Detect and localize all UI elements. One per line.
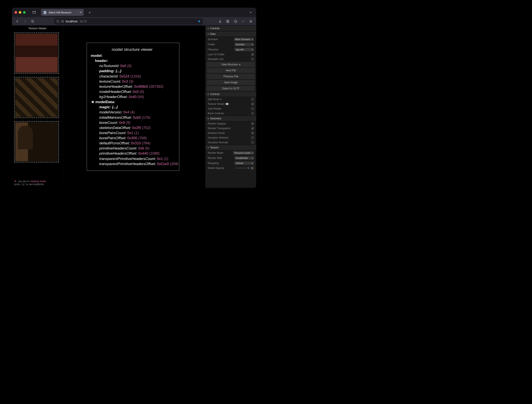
structure-row: textureHeaderOffset: 0x489b0 (297392) — [89, 84, 175, 89]
structure-row: primitiveHeadersOffset: 0x440 (1088) — [89, 151, 175, 156]
wrapping-label: Wrapping — [208, 162, 233, 165]
texture-viewer-checkbox[interactable] — [251, 103, 254, 105]
render-side-select[interactable]: DoubleSide▴▾ — [234, 156, 254, 160]
structure-row: model: — [89, 53, 175, 58]
texture-list[interactable] — [12, 31, 63, 188]
inspector-panel[interactable]: ▾Controls ▾Data Scenario Main Scenario▴▾… — [205, 26, 256, 188]
page-content: Texture Viewer model structure viewer mo… — [12, 26, 256, 188]
tracking-protection-icon[interactable] — [56, 20, 59, 23]
texture-panel-title: Texture Viewer — [12, 26, 63, 31]
texture-thumbnail[interactable] — [14, 32, 59, 74]
skeleton-mode-checkbox[interactable] — [251, 132, 254, 135]
texture-viewer-panel: Texture Viewer — [12, 26, 63, 188]
wrapping-select[interactable]: Default▴▾ — [234, 161, 254, 165]
forward-button[interactable] — [22, 18, 28, 25]
key-badge: k — [22, 183, 25, 186]
sidebar-toggle-button[interactable] — [31, 9, 37, 15]
tab-title: Silent Hill Museum — [48, 11, 71, 14]
eyes-icon: 👀 — [225, 103, 229, 105]
model-structure-viewer: model structure viewer model:header:noTe… — [87, 43, 179, 171]
export-gltf-button[interactable]: Export to GLTF — [207, 86, 255, 91]
bone-controls-row: Bone Controls — [206, 111, 256, 116]
save-image-button[interactable]: Save Image — [207, 80, 255, 85]
model-opacity-row: Model Opacity 1 — [206, 166, 256, 170]
render-transparent-checkbox[interactable] — [251, 127, 254, 130]
account-button[interactable] — [225, 18, 231, 25]
maximize-window-button[interactable] — [23, 11, 26, 14]
lock-to-folder-checkbox[interactable] — [251, 53, 254, 56]
scenario-row: Scenario Main Scenario▴▾ — [206, 37, 256, 42]
close-tab-button[interactable]: ✕ — [79, 11, 82, 14]
downloads-button[interactable] — [217, 18, 223, 25]
render-opaque-label: Render Opaque — [208, 122, 249, 125]
bone-controls-checkbox[interactable] — [251, 112, 254, 115]
previous-file-button[interactable]: Previous File — [207, 74, 255, 79]
filename-label: Filename — [208, 48, 233, 51]
svg-rect-0 — [33, 11, 36, 14]
tab-favicon: 🏛️ — [43, 11, 47, 14]
structure-row: textureCount: 0x3 (3) — [89, 79, 175, 84]
chevron-down-icon: ▾ — [208, 147, 209, 149]
svg-rect-2 — [62, 20, 64, 22]
new-tab-button[interactable]: ＋ — [87, 9, 93, 15]
edit-mode-label: Edit Mode — [208, 98, 219, 101]
select-arrows-icon: ▴▾ — [252, 43, 253, 45]
chevron-down-icon: ▾ — [208, 27, 209, 29]
extension-icon[interactable] — [240, 18, 246, 25]
chevron-down-icon: ▾ — [208, 117, 209, 120]
structure-row[interactable]: padding: {...} — [89, 69, 175, 74]
edit-mode-checkbox[interactable] — [251, 98, 254, 101]
url-host: localhost — [66, 20, 77, 23]
svg-point-5 — [227, 20, 228, 21]
extensions-button[interactable] — [232, 18, 239, 25]
visualize-skeleton-checkbox[interactable] — [251, 136, 254, 139]
viewport[interactable]: model structure viewer model:header:noTe… — [63, 26, 205, 188]
texture-thumbnail[interactable] — [14, 121, 59, 162]
structure-scroll[interactable]: model structure viewer model:header:noTe… — [88, 44, 178, 170]
scenario-select[interactable]: Main Scenario▴▾ — [234, 38, 254, 41]
chevron-down-icon: ▾ — [208, 33, 209, 35]
section-header-texture[interactable]: ▾Texture — [206, 145, 256, 150]
url-port: :5173 — [79, 20, 87, 23]
texture-thumbnail[interactable] — [14, 77, 59, 118]
status-keybind-hint: press k to see keybinds — [14, 183, 203, 186]
section-header-controls-top[interactable]: ▾Controls — [206, 26, 256, 31]
render-side-row: Render SideDoubleSide▴▾ — [206, 155, 256, 160]
menu-button[interactable] — [248, 18, 254, 25]
visualize-normals-checkbox[interactable] — [251, 141, 254, 144]
lock-to-folder-label: Lock To Folder — [208, 53, 249, 56]
render-mode-select[interactable]: Textured model▴▾ — [233, 151, 254, 154]
url-bar[interactable]: localhost:5173 ★ — [54, 18, 203, 25]
filename-row: Filename org.mdl▴▾ — [206, 47, 256, 52]
section-header-controls[interactable]: ▾Controls — [206, 91, 256, 97]
section-header-geometry[interactable]: ▾Geometry — [206, 116, 256, 121]
auto-rotate-checkbox[interactable] — [251, 107, 254, 110]
view-structure-button[interactable]: View Structure — [207, 62, 255, 67]
structure-row: transparentPrimitiveHeadersOffset: 0x51e… — [89, 161, 175, 167]
filename-select[interactable]: org.mdl▴▾ — [234, 48, 254, 51]
browser-tab[interactable]: 🏛️ Silent Hill Museum ✕ — [41, 9, 84, 16]
minimize-window-button[interactable] — [19, 11, 21, 14]
next-file-button[interactable]: Next File — [207, 68, 255, 73]
site-info-icon[interactable] — [61, 20, 64, 23]
model-opacity-slider[interactable] — [235, 168, 248, 168]
edit-mode-row: Edit Mode ✦ — [206, 97, 256, 102]
folder-select[interactable]: favorites▴▾ — [234, 43, 254, 46]
structure-row: skeletonDataOffset: 0x2f0 (752) — [89, 125, 175, 130]
structure-row: modelVersion: 0x4 (4) — [89, 110, 175, 115]
bookmark-star-icon[interactable]: ★ — [198, 19, 201, 23]
eye-icon: 👁 — [14, 180, 17, 183]
structure-row[interactable]: magic: {...} — [89, 105, 175, 110]
structure-row: modelData: — [89, 100, 175, 105]
texture-viewer-row: Texture Viewer 👀 — [206, 102, 256, 106]
section-header-data[interactable]: ▾Data — [206, 31, 256, 37]
render-mode-row: Render ModeTextured model▴▾ — [206, 150, 256, 155]
close-window-button[interactable] — [14, 11, 17, 14]
structure-title: model structure viewer — [89, 47, 175, 52]
structure-row: defaultPcmsOffset: 0x310 (784) — [89, 141, 175, 146]
reload-button[interactable] — [29, 18, 36, 25]
sharable-link-checkbox[interactable] — [251, 58, 254, 61]
render-opaque-checkbox[interactable] — [251, 122, 254, 125]
back-button[interactable] — [14, 18, 20, 25]
tabs-dropdown-button[interactable] — [248, 9, 254, 15]
